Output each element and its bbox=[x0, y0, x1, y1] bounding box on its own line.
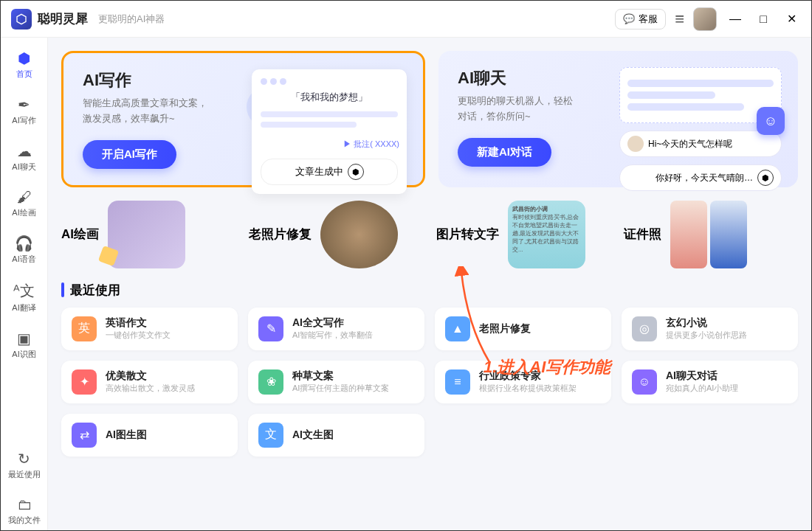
card-icon: ✎ bbox=[258, 316, 283, 341]
app-subtitle: 更聪明的AI神器 bbox=[98, 13, 165, 26]
app-logo-icon bbox=[11, 9, 32, 30]
card-icon: 英 bbox=[72, 316, 97, 341]
card-icon: ❀ bbox=[258, 369, 283, 395]
write-preview-panel: 「我和我的梦想」 ▶ 批注( XXXX) 文章生成中 ⬢ bbox=[252, 69, 407, 194]
card-subtitle: AI撰写任何主题的种草文案 bbox=[292, 383, 389, 394]
window-minimize-button[interactable]: — bbox=[726, 13, 745, 26]
chat-preview-panel: ☺ Hi~今天的天气怎样呢 你好呀，今天天气晴朗…⬢ bbox=[619, 67, 782, 191]
card-icon: ✦ bbox=[72, 369, 97, 395]
recent-card[interactable]: ☺ AI聊天对话 宛如真人的AI小助理 bbox=[622, 361, 798, 403]
photo-thumb-icon bbox=[320, 201, 398, 268]
titlebar: 聪明灵犀 更聪明的AI神器 💬 客服 ≡ — □ ✕ bbox=[1, 1, 811, 38]
sidebar-item-files[interactable]: 🗀我的文件 bbox=[7, 492, 42, 530]
card-title: 玄幻小说 bbox=[666, 316, 747, 330]
app-name: 聪明灵犀 bbox=[38, 10, 88, 27]
mini-avatar-icon bbox=[627, 136, 644, 152]
hero-ai-chat-card[interactable]: AI聊天 更聪明的聊天机器人，轻松对话，答你所问~ 新建AI对话 ☺ Hi~今天… bbox=[438, 51, 798, 187]
home-icon: ⬢ bbox=[18, 49, 30, 67]
svg-marker-0 bbox=[17, 14, 26, 24]
card-subtitle: 提供更多小说创作思路 bbox=[666, 330, 747, 341]
recent-card[interactable]: ◎ 玄幻小说 提供更多小说创作思路 bbox=[622, 308, 798, 350]
card-icon: 文 bbox=[258, 423, 283, 448]
sidebar-item-translate[interactable]: ᴬ文AI翻译 bbox=[7, 277, 42, 318]
sidebar-item-home[interactable]: ⬢首页 bbox=[7, 45, 42, 84]
sidebar: ⬢首页 ✒AI写作 ☁AI聊天 🖌AI绘画 🎧AI语音 ᴬ文AI翻译 ▣AI识图… bbox=[1, 38, 48, 530]
main-content: AI写作 智能生成高质量文章和文案，激发灵感，效率飙升~ 开启AI写作 AI 「… bbox=[48, 38, 811, 530]
recent-card[interactable]: 文 AI文生图 bbox=[248, 414, 424, 457]
card-title: AI图生图 bbox=[106, 428, 147, 442]
recent-header: 最近使用 bbox=[61, 282, 798, 299]
sidebar-item-voice[interactable]: 🎧AI语音 bbox=[7, 230, 42, 269]
tile-ai-paint[interactable]: AI绘画 bbox=[61, 201, 235, 268]
card-subtitle: 宛如真人的AI小助理 bbox=[666, 383, 738, 394]
sidebar-item-paint[interactable]: 🖌AI绘画 bbox=[7, 184, 42, 223]
recent-grid: 英 英语作文 一键创作英文作文✎ AI全文写作 AI智能写作，效率翻倍▲ 老照片… bbox=[61, 308, 798, 457]
chat-icon: 💬 bbox=[623, 13, 635, 24]
annotation-note: ▶ 批注( XXXX) bbox=[343, 139, 399, 150]
hero-ai-write-card[interactable]: AI写作 智能生成高质量文章和文案，激发灵感，效率飙升~ 开启AI写作 AI 「… bbox=[61, 51, 425, 187]
brush-icon: 🖌 bbox=[17, 189, 32, 206]
recent-card[interactable]: ✎ AI全文写作 AI智能写作，效率翻倍 bbox=[248, 308, 424, 350]
tile-photo-restore[interactable]: 老照片修复 bbox=[249, 201, 423, 268]
folder-icon: 🗀 bbox=[17, 496, 32, 513]
hero-chat-title: AI聊天 bbox=[458, 67, 626, 89]
card-icon: ≡ bbox=[445, 369, 470, 395]
card-subtitle: 根据行业名称提供政策框架 bbox=[479, 383, 577, 394]
card-subtitle: AI智能写作，效率翻倍 bbox=[292, 330, 373, 341]
translate-icon: ᴬ文 bbox=[13, 281, 35, 301]
hero-chat-desc: 更聪明的聊天机器人，轻松对话，答你所问~ bbox=[458, 94, 626, 125]
logo-mark-icon: ⬢ bbox=[757, 170, 774, 186]
hero-write-title: AI写作 bbox=[83, 69, 251, 91]
card-icon: ☺ bbox=[632, 369, 657, 395]
preview-doc-title: 「我和我的梦想」 bbox=[261, 91, 398, 104]
doc-thumb-icon: 武昌街的小调有时候到重庆路买书,总会不自觉地望武昌街去走一趟,最近发现武昌街大大… bbox=[508, 201, 585, 268]
card-title: 英语作文 bbox=[106, 316, 171, 330]
card-title: AI文生图 bbox=[292, 428, 334, 442]
window-close-button[interactable]: ✕ bbox=[782, 12, 801, 26]
clock-icon: ↻ bbox=[18, 450, 30, 468]
recent-card[interactable]: ▲ 老照片修复 bbox=[435, 308, 611, 350]
card-subtitle: 高效输出散文，激发灵感 bbox=[106, 383, 195, 394]
chat-bubble-ai: 你好呀，今天天气晴朗…⬢ bbox=[619, 164, 782, 191]
start-ai-write-button[interactable]: 开启AI写作 bbox=[83, 140, 176, 169]
card-subtitle: 一键创作英文作文 bbox=[106, 330, 171, 341]
window-maximize-button[interactable]: □ bbox=[754, 13, 773, 26]
card-title: 行业政策专家 bbox=[479, 369, 577, 383]
card-icon: ⇄ bbox=[72, 423, 97, 448]
hero-write-desc: 智能生成高质量文章和文案，激发灵感，效率飙升~ bbox=[83, 96, 251, 127]
tile-ocr[interactable]: 图片转文字 武昌街的小调有时候到重庆路买书,总会不自觉地望武昌街去走一趟,最近发… bbox=[436, 201, 610, 268]
new-ai-chat-button[interactable]: 新建AI对话 bbox=[458, 138, 551, 167]
card-title: 优美散文 bbox=[106, 369, 195, 383]
card-icon: ◎ bbox=[632, 316, 657, 341]
chat-bubble-icon: ☁ bbox=[17, 142, 32, 160]
logo-mark-icon: ⬢ bbox=[348, 164, 364, 180]
card-title: AI聊天对话 bbox=[666, 369, 738, 383]
recent-card[interactable]: 英 英语作文 一键创作英文作文 bbox=[61, 308, 238, 350]
sidebar-item-chat[interactable]: ☁AI聊天 bbox=[7, 138, 42, 177]
recent-card[interactable]: ✦ 优美散文 高效输出散文，激发灵感 bbox=[61, 361, 238, 403]
recent-card[interactable]: ❀ 种草文案 AI撰写任何主题的种草文案 bbox=[248, 361, 424, 403]
chat-bubble-user: Hi~今天的天气怎样呢 bbox=[619, 131, 782, 157]
sidebar-item-write[interactable]: ✒AI写作 bbox=[7, 91, 42, 131]
customer-service-button[interactable]: 💬 客服 bbox=[615, 9, 666, 30]
recent-card[interactable]: ⇄ AI图生图 bbox=[61, 414, 238, 457]
generation-status: 文章生成中 ⬢ bbox=[261, 159, 398, 185]
sidebar-item-ocr[interactable]: ▣AI识图 bbox=[7, 325, 42, 364]
user-avatar[interactable] bbox=[693, 7, 717, 31]
card-title: 种草文案 bbox=[292, 369, 389, 383]
card-title: 老照片修复 bbox=[479, 322, 531, 336]
scan-icon: ▣ bbox=[17, 330, 31, 347]
card-icon: ▲ bbox=[445, 316, 470, 341]
recent-card[interactable]: ≡ 行业政策专家 根据行业名称提供政策框架 bbox=[435, 361, 611, 403]
menu-icon[interactable]: ≡ bbox=[675, 10, 684, 29]
feather-icon: ✒ bbox=[18, 96, 30, 114]
paint-thumb-icon bbox=[108, 201, 185, 268]
card-title: AI全文写作 bbox=[292, 316, 373, 330]
sidebar-item-recent[interactable]: ↻最近使用 bbox=[7, 445, 42, 485]
chat-float-icon: ☺ bbox=[757, 107, 785, 135]
service-label: 客服 bbox=[639, 13, 658, 26]
headphone-icon: 🎧 bbox=[15, 235, 33, 252]
tile-id-photo[interactable]: 证件照 bbox=[624, 201, 798, 268]
id-thumb-icon bbox=[670, 201, 747, 268]
